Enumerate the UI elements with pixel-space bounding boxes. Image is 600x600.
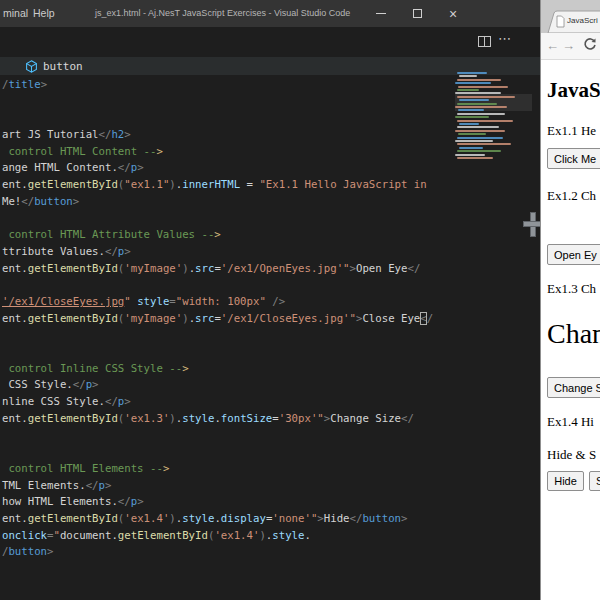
- browser-page: JavaS Ex1.1 He Click Me Ex1.2 Ch Open Ey…: [541, 60, 600, 600]
- code-line: [2, 110, 532, 127]
- code-line: [2, 444, 532, 461]
- code-line: control HTML Elements -->: [2, 461, 532, 478]
- show-button[interactable]: S: [589, 471, 600, 491]
- menu-help[interactable]: Help: [33, 7, 55, 19]
- suggest-label: button: [43, 60, 83, 73]
- close-button[interactable]: ×: [438, 0, 468, 27]
- change-size-button[interactable]: Change S: [547, 377, 600, 398]
- code-line: nline CSS Style.</p>: [2, 394, 532, 411]
- code-line: onclick="document.getElementById('ex1.4'…: [2, 528, 532, 545]
- code-line: art JS Tutorial</h2>: [2, 127, 532, 144]
- hide-button[interactable]: Hide: [547, 471, 584, 491]
- code-line: how HTML Elements.</p>: [2, 494, 532, 511]
- code-line: TML Elements.</p>: [2, 478, 532, 495]
- change-style-text: Chan: [547, 318, 600, 350]
- code-line: ent.getElementById('myImage').src='/ex1/…: [2, 311, 532, 328]
- maximize-icon: [413, 9, 422, 18]
- minimize-icon: [376, 13, 386, 14]
- code-line: '/ex1/CloseEyes.jpg" style="width: 100px…: [2, 294, 532, 311]
- code-line: [2, 211, 532, 228]
- tab-title: JavaScri: [567, 16, 598, 25]
- menu-terminal[interactable]: minal: [3, 7, 28, 19]
- code-line: ent.getElementById('ex1.4').style.displa…: [2, 511, 532, 528]
- code-line: Me!</button>: [2, 194, 532, 211]
- code-line: /button>: [2, 544, 532, 561]
- code-line: ttribute Values.</p>: [2, 244, 532, 261]
- minimize-button[interactable]: [366, 0, 396, 27]
- symbol-cube-icon: [25, 60, 38, 73]
- vscode-window: minal Help js_ex1.html - Aj.NesT JavaScr…: [0, 0, 600, 600]
- ex11-text: Ex1.1 He: [547, 123, 596, 139]
- ex14-text: Ex1.4 Hi: [547, 414, 594, 430]
- code-line: ent.getElementById("ex1.1").innerHTML = …: [2, 177, 532, 194]
- code-line: /title>: [2, 77, 532, 94]
- code-line: [2, 427, 532, 444]
- page-heading: JavaS: [547, 78, 600, 103]
- split-editor-icon[interactable]: [478, 36, 491, 47]
- code-line: control HTML Content -->: [2, 144, 532, 161]
- click-me-button[interactable]: Click Me: [547, 148, 600, 169]
- code-line: CSS Style.</p>: [2, 377, 532, 394]
- forward-icon[interactable]: →: [562, 38, 575, 53]
- minimap[interactable]: [455, 72, 532, 164]
- code-line: [2, 327, 532, 344]
- browser-tabstrip: JavaScri: [541, 0, 600, 33]
- ex12-text: Ex1.2 Ch: [547, 188, 596, 204]
- code-line: ent.getElementById('myImage').src='/ex1/…: [2, 261, 532, 278]
- code-area[interactable]: /title>art JS Tutorial</h2> control HTML…: [2, 77, 532, 561]
- ex13-text: Ex1.3 Ch: [547, 281, 596, 297]
- refresh-icon[interactable]: [582, 37, 598, 53]
- hide-show-text: Hide & S: [547, 447, 596, 463]
- open-eye-button[interactable]: Open Ey: [547, 244, 600, 265]
- more-actions-icon[interactable]: ⋯: [498, 31, 512, 46]
- code-line: ange HTML Content.</p>: [2, 160, 532, 177]
- page-icon: [557, 16, 564, 27]
- code-line: ent.getElementById('ex1.3').style.fontSi…: [2, 411, 532, 428]
- maximize-button[interactable]: [402, 0, 432, 27]
- code-line: [2, 277, 532, 294]
- titlebar: minal Help js_ex1.html - Aj.NesT JavaScr…: [0, 0, 600, 27]
- browser-toolbar: ← →: [541, 33, 600, 60]
- window-title: js_ex1.html - Aj.NesT JavaScript Exercis…: [95, 8, 345, 18]
- code-line: [2, 344, 532, 361]
- close-icon: ×: [449, 7, 457, 21]
- code-line: control Inline CSS Style -->: [2, 361, 532, 378]
- back-icon[interactable]: ←: [546, 38, 559, 53]
- code-line: [2, 94, 532, 111]
- browser-window: JavaScri ← → JavaS Ex1.1 He Click Me Ex1…: [540, 0, 600, 600]
- code-line: control HTML Attribute Values -->: [2, 227, 532, 244]
